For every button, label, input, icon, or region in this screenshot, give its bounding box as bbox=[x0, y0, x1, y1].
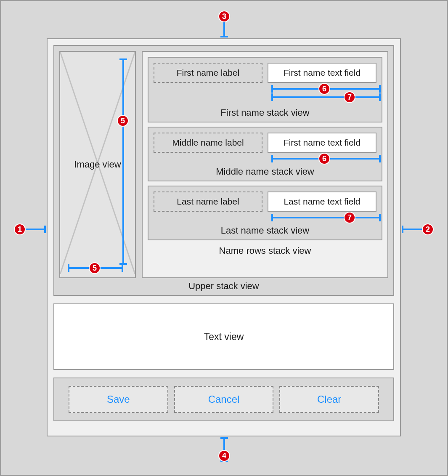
save-button[interactable]: Save bbox=[69, 386, 168, 413]
last-name-label: Last name label bbox=[154, 191, 262, 212]
cancel-button[interactable]: Cancel bbox=[174, 386, 274, 413]
root-view: 1 2 3 4 5 5 Image view bbox=[0, 0, 448, 476]
upper-stack-view: 5 5 Image view First name label First na… bbox=[53, 45, 394, 296]
badge-6b: 6 bbox=[318, 153, 330, 165]
clear-button[interactable]: Clear bbox=[279, 386, 379, 413]
badge-6a: 6 bbox=[318, 83, 330, 95]
middle-name-stack-view: Middle name label First name text field … bbox=[148, 127, 382, 181]
badge-5-h: 5 bbox=[89, 262, 101, 274]
name-rows-stack-view: First name label First name text field 6… bbox=[142, 51, 388, 278]
badge-2: 2 bbox=[422, 223, 434, 235]
badge-3: 3 bbox=[218, 11, 230, 22]
first-name-caption: First name stack view bbox=[154, 107, 376, 118]
first-name-stack-view: First name label First name text field 6… bbox=[148, 57, 382, 122]
last-name-caption: Last name stack view bbox=[154, 225, 376, 236]
middle-name-text-field[interactable]: First name text field bbox=[268, 133, 376, 153]
middle-name-label: Middle name label bbox=[154, 133, 262, 153]
outer-stack-view: 5 5 Image view First name label First na… bbox=[47, 38, 401, 436]
image-view: 5 5 Image view bbox=[59, 51, 136, 278]
badge-7b: 7 bbox=[344, 212, 355, 223]
badge-1: 1 bbox=[14, 223, 26, 235]
image-view-label: Image view bbox=[60, 159, 135, 170]
last-name-stack-view: Last name label Last name text field 7 L… bbox=[148, 186, 382, 240]
first-name-text-field[interactable]: First name text field bbox=[268, 63, 376, 83]
badge-7a: 7 bbox=[344, 91, 355, 103]
middle-name-caption: Middle name stack view bbox=[154, 166, 376, 177]
constraint-7b bbox=[271, 217, 381, 218]
first-name-label: First name label bbox=[154, 63, 262, 83]
constraint-7a bbox=[271, 96, 381, 98]
name-rows-caption: Name rows stack view bbox=[148, 245, 382, 256]
text-view-label: Text view bbox=[204, 331, 244, 343]
last-name-text-field[interactable]: Last name text field bbox=[268, 191, 376, 212]
text-view[interactable]: Text view bbox=[53, 303, 394, 370]
upper-stack-caption: Upper stack view bbox=[59, 281, 388, 292]
button-stack-view: Save Cancel Clear bbox=[53, 378, 394, 421]
badge-4: 4 bbox=[218, 450, 230, 462]
badge-5-v: 5 bbox=[117, 115, 129, 127]
